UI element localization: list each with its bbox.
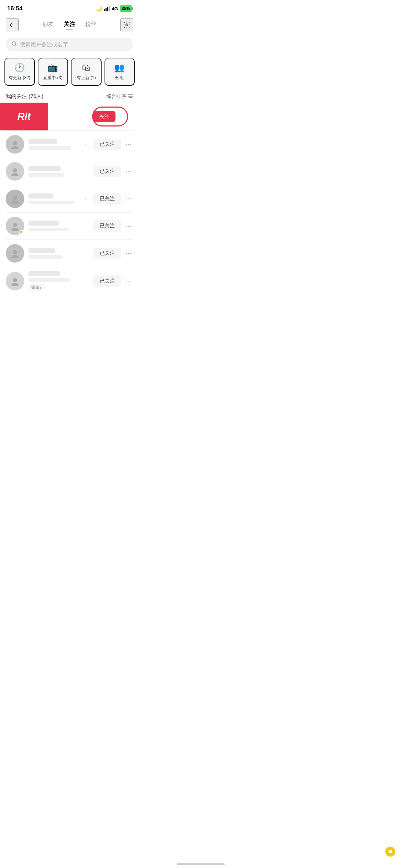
category-updates[interactable]: 🕐 有更新 (32) — [4, 58, 35, 86]
user-info-7: 橱窗 › — [29, 271, 89, 291]
more-button-1[interactable]: ··· — [118, 112, 128, 122]
svg-point-0 — [126, 24, 128, 26]
user-info-4 — [29, 193, 80, 204]
user-item-4[interactable]: › 已关注 ··· — [0, 185, 139, 212]
user-actions-5: 已关注 ··· — [93, 220, 133, 232]
more-button-5[interactable]: ··· — [124, 221, 133, 231]
tab-following[interactable]: 关注 — [64, 21, 75, 30]
gear-icon — [123, 21, 131, 29]
more-button-2[interactable]: ··· — [124, 139, 133, 149]
user-actions-3: 已关注 ··· — [93, 166, 133, 177]
user-item-6[interactable]: 已关注 ··· — [0, 240, 139, 267]
follow-button-3[interactable]: 已关注 — [93, 166, 121, 177]
status-icons: 🌙 4G 35% — [96, 5, 132, 12]
follow-button-4[interactable]: 已关注 — [93, 193, 121, 205]
svg-point-11 — [13, 223, 17, 227]
svg-point-15 — [13, 278, 17, 282]
bag-icon: 🛍 — [82, 63, 91, 73]
user-item-2[interactable]: › 已关注 ··· — [0, 131, 139, 158]
svg-point-9 — [13, 196, 17, 200]
back-button[interactable] — [6, 19, 19, 31]
category-updates-label: 有更新 (32) — [9, 75, 30, 81]
nav-tabs: 朋友 关注 粉丝 — [19, 21, 120, 30]
search-icon — [11, 41, 17, 48]
more-button-3[interactable]: ··· — [124, 166, 133, 177]
user-desc-3 — [29, 173, 64, 177]
svg-point-14 — [11, 255, 19, 258]
user-avatar-2 — [6, 135, 24, 154]
following-count: 我的关注 (76人) — [6, 93, 43, 100]
search-placeholder: 搜索用户备注或名字 — [20, 41, 68, 48]
battery-icon: 35% — [120, 5, 132, 12]
tv-icon: 📺 — [47, 63, 58, 73]
user-actions-4: 已关注 ··· — [93, 193, 133, 205]
rit-label: Rit — [17, 111, 31, 122]
status-time: 16:54 — [7, 5, 22, 12]
signal-bars-icon — [104, 6, 110, 11]
category-new[interactable]: 🛍 有上新 (1) — [71, 58, 102, 86]
user-actions-7: 已关注 ··· — [93, 275, 133, 287]
follow-button-6[interactable]: 已关注 — [93, 248, 121, 259]
orange-dot-icon — [19, 230, 24, 235]
red-block-overlay: Rit — [0, 103, 48, 130]
nav-bar: 朋友 关注 粉丝 — [0, 16, 139, 34]
chevron-right-2: › — [84, 141, 86, 147]
status-bar: 16:54 🌙 4G 35% — [0, 0, 139, 16]
user-actions-1: 关注 ··· — [93, 111, 128, 122]
follow-button-2[interactable]: 已关注 — [93, 139, 121, 150]
search-bar[interactable]: 搜索用户备注或名字 — [6, 38, 133, 51]
chevron-right-1: › — [102, 114, 103, 119]
user-desc-2 — [29, 146, 71, 150]
search-container: 搜索用户备注或名字 — [0, 34, 139, 55]
svg-point-8 — [11, 173, 19, 176]
settings-button[interactable] — [120, 19, 133, 31]
user-info-2 — [29, 139, 80, 150]
user-name-6 — [29, 248, 55, 253]
user-desc-4 — [29, 201, 75, 204]
user-desc-6 — [29, 255, 62, 259]
user-name-3 — [29, 166, 61, 171]
user-name-7 — [29, 271, 60, 276]
user-actions-6: 已关注 ··· — [93, 248, 133, 259]
category-group[interactable]: 👥 分组 — [104, 58, 135, 86]
category-live-label: 直播中 (3) — [43, 75, 62, 81]
user-desc-7 — [29, 278, 70, 282]
back-chevron-icon — [10, 22, 15, 27]
user-item-7[interactable]: 橱窗 › 已关注 ··· — [0, 267, 139, 295]
user-name-4 — [29, 193, 53, 198]
user-info-3 — [29, 166, 89, 177]
more-button-7[interactable]: ··· — [124, 276, 133, 286]
following-bar: 我的关注 (76人) 综合排序 — [0, 89, 139, 103]
user-name-5 — [29, 221, 59, 226]
user-avatar-3 — [6, 162, 24, 181]
svg-point-16 — [11, 283, 19, 286]
window-tag[interactable]: 橱窗 › — [29, 284, 44, 291]
user-info-5 — [29, 221, 89, 231]
more-button-4[interactable]: ··· — [124, 193, 133, 204]
tab-friends[interactable]: 朋友 — [42, 21, 54, 30]
tab-fans[interactable]: 粉丝 — [85, 21, 97, 30]
chevron-right-4: › — [84, 196, 86, 202]
follow-button-5[interactable]: 已关注 — [93, 220, 121, 232]
category-new-label: 有上新 (1) — [77, 75, 96, 81]
user-item-1[interactable]: Rit 关注 ··· › — [0, 103, 139, 130]
follow-button-7[interactable]: 已关注 — [93, 275, 121, 287]
category-live[interactable]: 📺 直播中 (3) — [38, 58, 68, 86]
user-avatar-4 — [6, 190, 24, 208]
user-avatar-6 — [6, 244, 24, 263]
sort-icon — [128, 94, 133, 99]
window-tag-chevron: › — [40, 285, 41, 290]
user-actions-2: 已关注 ··· — [93, 139, 133, 150]
svg-point-6 — [11, 146, 19, 149]
user-desc-5 — [29, 228, 68, 231]
user-item-5[interactable]: 已关注 ··· — [0, 212, 139, 239]
svg-point-12 — [11, 228, 19, 231]
clock-icon: 🕐 — [14, 63, 25, 73]
network-label: 4G — [112, 6, 118, 11]
sort-options[interactable]: 综合排序 — [106, 93, 133, 100]
user-item-3[interactable]: 已关注 ··· — [0, 158, 139, 185]
follow-button-1[interactable]: 关注 — [93, 111, 115, 122]
user-list: Rit 关注 ··· › › 已关注 ··· — [0, 103, 139, 295]
svg-point-7 — [13, 168, 17, 172]
more-button-6[interactable]: ··· — [124, 248, 133, 258]
